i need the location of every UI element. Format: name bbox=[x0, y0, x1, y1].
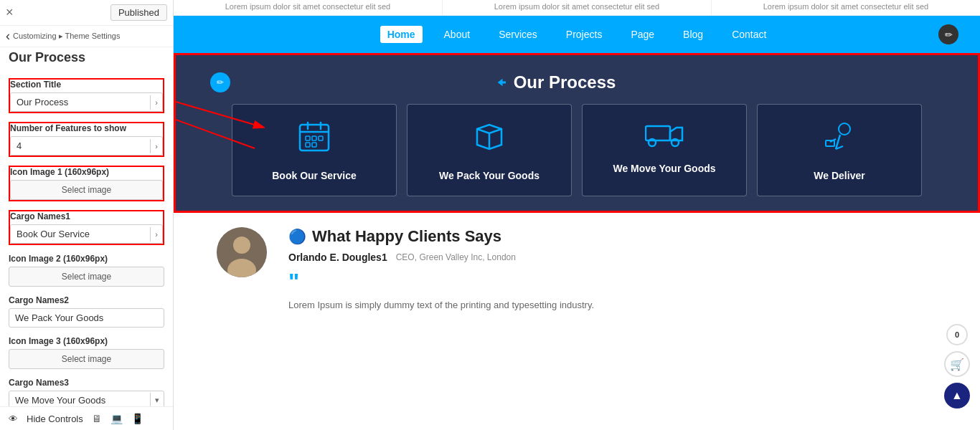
main-content: Lorem ipsum dolor sit amet consectetur e… bbox=[174, 0, 980, 430]
num-features-arrow-button[interactable]: › bbox=[150, 139, 162, 153]
section-title-group: Section Title › bbox=[9, 78, 164, 113]
sidebar-top-bar: × Published bbox=[0, 0, 173, 26]
svg-rect-13 bbox=[646, 126, 670, 140]
process-section-title: Our Process bbox=[514, 72, 616, 92]
cargo-name3-input-wrapper: ▾ bbox=[9, 391, 164, 406]
cargo-name2-input[interactable] bbox=[9, 308, 164, 328]
svg-point-19 bbox=[233, 236, 250, 254]
sidebar: × Published ‹ Customizing ▸ Theme Settin… bbox=[0, 0, 174, 430]
process-card-3-label: We Move Your Goods bbox=[613, 163, 715, 174]
sidebar-scroll-area[interactable]: Section Title › Number of Features to sh… bbox=[0, 71, 173, 406]
select-image3-button[interactable]: Select image bbox=[9, 349, 164, 369]
num-features-input-wrapper: › bbox=[10, 136, 163, 156]
cargo-name3-label: Cargo Names3 bbox=[9, 378, 164, 388]
nav-link-home[interactable]: Home bbox=[380, 26, 423, 43]
process-card-1[interactable]: Book Our Service bbox=[232, 104, 397, 196]
testimonial-avatar bbox=[217, 227, 267, 277]
num-features-label: Number of Features to show bbox=[10, 123, 163, 133]
back-button[interactable]: ‹ bbox=[6, 29, 10, 44]
testimonial-heading: 🔵 What Happy Clients Says bbox=[288, 227, 937, 246]
svg-marker-0 bbox=[497, 79, 505, 87]
ticker-bar: Lorem ipsum dolor sit amet consectetur e… bbox=[174, 0, 980, 16]
cargo-name1-group: Cargo Names1 › bbox=[9, 210, 164, 245]
process-card-3[interactable]: We Move Your Goods bbox=[582, 104, 747, 196]
testimonial-author-role: CEO, Green Valley Inc, London bbox=[396, 252, 516, 262]
process-card-3-icon bbox=[645, 119, 684, 154]
nav-link-about[interactable]: About bbox=[437, 26, 478, 43]
select-image2-button[interactable]: Select image bbox=[9, 267, 164, 287]
cargo-name3-arrow-button[interactable]: ▾ bbox=[150, 393, 164, 406]
nav-link-contact[interactable]: Contact bbox=[725, 26, 773, 43]
testimonial-content: 🔵 What Happy Clients Says Orlando E. Dou… bbox=[288, 227, 937, 310]
select-image1-button[interactable]: Select image bbox=[10, 180, 163, 200]
nav-link-projects[interactable]: Projects bbox=[559, 26, 610, 43]
testimonial-icon: 🔵 bbox=[288, 228, 306, 245]
fab-cart-button[interactable]: 🛒 bbox=[944, 351, 970, 377]
cargo-name2-label: Cargo Names2 bbox=[9, 295, 164, 305]
cargo-name2-group: Cargo Names2 bbox=[9, 295, 164, 328]
testimonial-quote-text: Lorem Ipsum is simply dummy text of the … bbox=[288, 300, 937, 310]
icon-image1-group: Icon Image 1 (160x96px) Select image bbox=[9, 166, 164, 201]
desktop-view-button[interactable]: 🖥 bbox=[92, 413, 102, 424]
cargo-name1-input-wrapper: › bbox=[10, 224, 163, 244]
num-features-group: Number of Features to show › bbox=[9, 122, 164, 157]
ticker-item-2: Lorem ipsum dolor sit amet consectetur e… bbox=[443, 0, 712, 15]
icon-image2-label: Icon Image 2 (160x96px) bbox=[9, 254, 164, 264]
sidebar-section-heading: Our Process bbox=[0, 47, 173, 71]
icon-image2-group: Icon Image 2 (160x96px) Select image bbox=[9, 254, 164, 287]
icon-image1-label: Icon Image 1 (160x96px) bbox=[10, 167, 163, 177]
fab-badge[interactable]: 0 bbox=[946, 324, 968, 345]
eye-icon: 👁 bbox=[9, 414, 18, 424]
nav-bar: Home About Services Projects Page Blog C… bbox=[174, 16, 980, 53]
nav-links: Home About Services Projects Page Blog C… bbox=[380, 26, 774, 43]
ticker-item-3: Lorem ipsum dolor sit amet consectetur e… bbox=[712, 0, 980, 15]
process-card-2[interactable]: We Pack Your Goods bbox=[407, 104, 572, 196]
sidebar-form: Section Title › Number of Features to sh… bbox=[0, 71, 173, 406]
section-title-input[interactable] bbox=[11, 93, 150, 111]
process-card-1-icon bbox=[296, 119, 332, 161]
testimonial-author-row: Orlando E. Dougles1 CEO, Green Valley In… bbox=[288, 252, 937, 263]
tablet-view-button[interactable]: 💻 bbox=[110, 413, 123, 424]
testimonials-section: 🔵 What Happy Clients Says Orlando E. Dou… bbox=[174, 213, 980, 325]
icon-image3-group: Icon Image 3 (160x96px) Select image bbox=[9, 336, 164, 369]
svg-rect-11 bbox=[312, 143, 316, 147]
svg-rect-7 bbox=[306, 136, 310, 140]
cargo-name3-input[interactable] bbox=[9, 391, 150, 406]
hide-controls-bar[interactable]: 👁 Hide Controls 🖥 💻 📱 bbox=[0, 406, 173, 430]
process-card-4[interactable]: We Deliver bbox=[757, 104, 922, 196]
svg-point-16 bbox=[839, 123, 850, 135]
nav-link-blog[interactable]: Blog bbox=[676, 26, 710, 43]
hide-controls-label: Hide Controls bbox=[27, 414, 83, 424]
nav-edit-icon[interactable]: ✏ bbox=[938, 24, 958, 44]
cargo-name1-arrow-button[interactable]: › bbox=[150, 227, 162, 242]
ticker-item-1: Lorem ipsum dolor sit amet consectetur e… bbox=[174, 0, 443, 15]
icon-image3-label: Icon Image 3 (160x96px) bbox=[9, 336, 164, 346]
svg-rect-10 bbox=[306, 143, 310, 147]
fab-scroll-top-button[interactable]: ▲ bbox=[944, 383, 970, 408]
num-features-input[interactable] bbox=[11, 137, 150, 155]
process-edit-button[interactable]: ✏ bbox=[210, 72, 230, 92]
svg-rect-9 bbox=[319, 136, 323, 140]
nav-link-services[interactable]: Services bbox=[491, 26, 545, 43]
cargo-name1-input[interactable] bbox=[11, 225, 150, 243]
testimonial-author-name: Orlando E. Dougles1 bbox=[288, 252, 387, 263]
process-card-2-icon bbox=[471, 119, 507, 161]
breadcrumb: Customizing ▸ Theme Settings bbox=[13, 32, 120, 41]
nav-link-page[interactable]: Page bbox=[623, 26, 661, 43]
fab-container: 0 🛒 ▲ bbox=[944, 324, 970, 408]
process-section: ✏ Our Process bbox=[174, 53, 980, 213]
svg-rect-8 bbox=[312, 136, 316, 140]
process-card-2-label: We Pack Your Goods bbox=[439, 170, 540, 181]
process-card-4-label: We Deliver bbox=[814, 170, 864, 181]
process-cards: Book Our Service We Pack Your Goods bbox=[197, 104, 956, 196]
mobile-view-button[interactable]: 📱 bbox=[131, 413, 143, 424]
section-title-label: Section Title bbox=[10, 80, 163, 90]
section-title-input-wrapper: › bbox=[10, 92, 163, 112]
process-title-row: Our Process bbox=[197, 72, 956, 92]
published-button[interactable]: Published bbox=[110, 4, 167, 21]
arrow-icon bbox=[495, 76, 508, 89]
section-title-arrow-button[interactable]: › bbox=[150, 95, 162, 110]
testimonial-quote-icon: " bbox=[288, 269, 937, 295]
sidebar-breadcrumb-nav: ‹ Customizing ▸ Theme Settings bbox=[0, 26, 173, 47]
close-button[interactable]: × bbox=[6, 5, 14, 20]
